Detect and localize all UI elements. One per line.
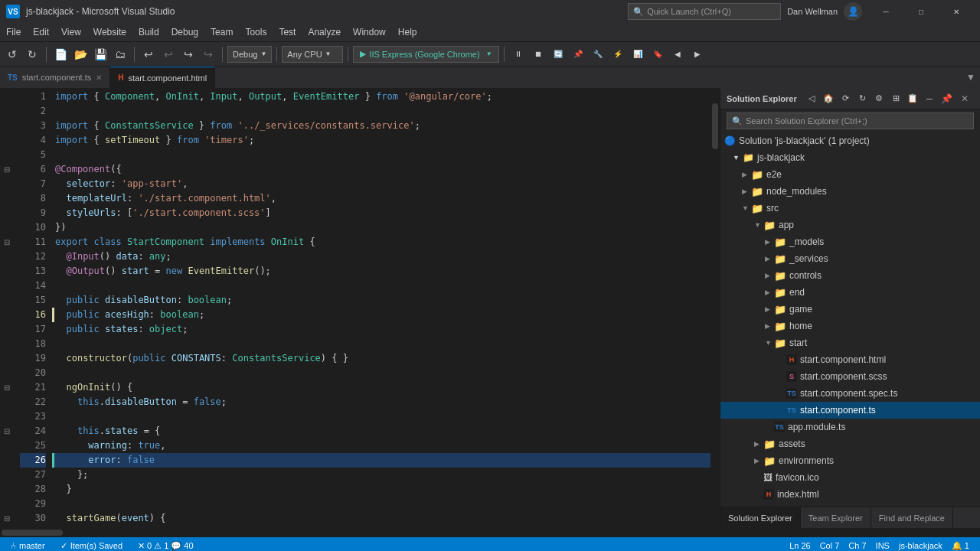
se-pin-btn[interactable]: 📌 — [937, 90, 956, 108]
tree-start-spec[interactable]: TS start.component.spec.ts — [720, 385, 980, 402]
menu-file[interactable]: File — [0, 23, 27, 42]
gutter-row-21[interactable]: ⊟ — [0, 380, 14, 395]
se-home-btn[interactable]: 🏠 — [821, 91, 836, 106]
tree-e2e[interactable]: ▶ 📁 e2e — [720, 166, 980, 183]
menu-analyze[interactable]: Analyze — [302, 23, 347, 42]
tree-end[interactable]: ▶ 📁 end — [720, 284, 980, 301]
status-ln[interactable]: Ln 26 — [785, 537, 815, 551]
menu-window[interactable]: Window — [347, 23, 392, 42]
hscroll-thumb[interactable] — [2, 530, 63, 536]
toolbar-btn-m10[interactable]: ▶ — [688, 45, 707, 64]
tree-assets[interactable]: ▶ 📁 assets — [720, 435, 980, 452]
menu-view[interactable]: View — [55, 23, 87, 42]
se-tree[interactable]: 🔵 Solution 'js-blackjack' (1 project) ▼ … — [720, 132, 980, 507]
tree-favicon[interactable]: 🖼 favicon.ico — [720, 469, 980, 486]
toolbar-btn-2[interactable]: ↻ — [23, 45, 41, 64]
minimize-button[interactable]: ─ — [868, 0, 903, 23]
tree-start[interactable]: ▼ 📁 start — [720, 334, 980, 351]
status-1[interactable]: 🔔 1 — [947, 537, 974, 551]
tree-project[interactable]: ▼ 📁 js-blackjack — [720, 149, 980, 166]
status-col[interactable]: Col 7 — [815, 537, 844, 551]
se-refresh-btn[interactable]: ↻ — [854, 91, 870, 106]
se-filter-btn[interactable]: ⊞ — [888, 91, 903, 106]
user-icon[interactable]: 👤 — [844, 2, 862, 21]
gutter-row-24[interactable]: ⊟ — [0, 424, 14, 439]
tree-game[interactable]: ▶ 📁 game — [720, 301, 980, 318]
code-editor[interactable]: ⊟ ⊟ ⊟ ⊟ ⊟ — [0, 88, 720, 528]
se-search-box[interactable]: 🔍 Search Solution Explorer (Ctrl+;) — [727, 112, 974, 129]
tree-src[interactable]: ▼ 📁 src — [720, 200, 980, 217]
toolbar-btn-undo2[interactable]: ↩ — [159, 45, 178, 64]
scrollbar-thumb[interactable] — [712, 103, 718, 149]
gutter-row-30[interactable]: ⊟ — [0, 511, 14, 526]
tree-index-html[interactable]: H index.html — [720, 486, 980, 503]
tree-solution[interactable]: 🔵 Solution 'js-blackjack' (1 project) — [720, 132, 980, 149]
toolbar-btn-new[interactable]: 📄 — [51, 45, 70, 64]
toolbar-btn-m9[interactable]: ◀ — [668, 45, 687, 64]
toolbar-btn-m6[interactable]: ⚡ — [609, 45, 627, 64]
toolbar-btn-open[interactable]: 📂 — [71, 45, 90, 64]
menu-build[interactable]: Build — [132, 23, 165, 42]
editor-scrollbar-v[interactable] — [710, 88, 720, 528]
menu-test[interactable]: Test — [273, 23, 302, 42]
tree-start-html[interactable]: H start.component.html — [720, 351, 980, 368]
tree-controls[interactable]: ▶ 📁 controls — [720, 267, 980, 284]
se-back-btn[interactable]: ◁ — [804, 91, 819, 106]
debug-config-dropdown[interactable]: Debug ▼ — [227, 46, 272, 63]
close-button[interactable]: ✕ — [939, 0, 974, 23]
toolbar-btn-redo2[interactable]: ↪ — [199, 45, 217, 64]
run-button[interactable]: ▶ IIS Express (Google Chrome) ▼ — [353, 46, 498, 63]
platform-dropdown[interactable]: Any CPU ▼ — [282, 46, 343, 63]
se-tab-team-explorer[interactable]: Team Explorer — [801, 507, 871, 529]
toolbar-btn-m2[interactable]: ⏹ — [529, 45, 547, 64]
toolbar-btn-1[interactable]: ↺ — [3, 45, 21, 64]
se-tab-find-replace[interactable]: Find and Replace — [871, 507, 953, 529]
status-ch[interactable]: Ch 7 — [844, 537, 871, 551]
se-tab-solution-explorer[interactable]: Solution Explorer — [720, 507, 801, 529]
tab-expand-btn[interactable]: ▼ — [962, 67, 980, 88]
toolbar-btn-m3[interactable]: 🔄 — [549, 45, 567, 64]
se-minus-btn[interactable]: ─ — [922, 91, 937, 106]
tree-node-modules[interactable]: ▶ 📁 node_modules — [720, 183, 980, 200]
se-sync-btn[interactable]: ⟳ — [838, 91, 853, 106]
toolbar-btn-m7[interactable]: 📊 — [629, 45, 647, 64]
gutter-row-6[interactable]: ⊟ — [0, 162, 14, 177]
tree-app-module[interactable]: TS app.module.ts — [720, 419, 980, 435]
status-ins[interactable]: INS — [871, 537, 894, 551]
menu-debug[interactable]: Debug — [165, 23, 204, 42]
status-errors[interactable]: ✕ 0 ⚠ 1 💬 40 — [133, 537, 198, 551]
status-items-saved[interactable]: ✓ Item(s) Saved — [56, 537, 127, 551]
tree-home[interactable]: ▶ 📁 home — [720, 318, 980, 334]
status-branch[interactable]: ⑃ master — [6, 537, 50, 551]
toolbar-btn-m1[interactable]: ⏸ — [509, 45, 528, 64]
toolbar-btn-m8[interactable]: 🔖 — [648, 45, 667, 64]
tab-start-ts[interactable]: TS start.component.ts ✕ — [0, 67, 110, 88]
se-close-btn[interactable]: ✕ — [956, 90, 974, 108]
code-content[interactable]: import { Component, OnInit, Input, Outpu… — [52, 88, 710, 528]
tree-environments[interactable]: ▶ 📁 environments — [720, 452, 980, 469]
tree-app[interactable]: ▼ 📁 app — [720, 217, 980, 233]
toolbar-btn-m5[interactable]: 🔧 — [589, 45, 607, 64]
tree-start-ts[interactable]: TS start.component.ts — [720, 402, 980, 419]
search-box[interactable]: 🔍 Quick Launch (Ctrl+Q) — [628, 3, 781, 20]
toolbar-btn-m4[interactable]: 📌 — [569, 45, 587, 64]
menu-help[interactable]: Help — [392, 23, 423, 42]
toolbar-btn-redo[interactable]: ↪ — [179, 45, 198, 64]
tab-start-html[interactable]: H start.component.html — [110, 67, 215, 88]
status-js-blackjack[interactable]: js-blackjack — [894, 537, 947, 551]
toolbar-btn-save[interactable]: 💾 — [91, 45, 109, 64]
tree-services[interactable]: ▶ 📁 _services — [720, 250, 980, 267]
gutter-row-11[interactable]: ⊟ — [0, 235, 14, 249]
maximize-button[interactable]: □ — [903, 0, 939, 23]
menu-tools[interactable]: Tools — [239, 23, 273, 42]
tree-models[interactable]: ▶ 📁 _models — [720, 233, 980, 250]
toolbar-btn-saveall[interactable]: 🗂 — [111, 45, 129, 64]
menu-edit[interactable]: Edit — [27, 23, 55, 42]
se-props-btn[interactable]: 📋 — [905, 91, 920, 106]
se-settings-btn[interactable]: ⚙ — [871, 91, 887, 106]
menu-team[interactable]: Team — [204, 23, 239, 42]
tab-close-ts[interactable]: ✕ — [96, 73, 102, 82]
toolbar-btn-undo[interactable]: ↩ — [139, 45, 158, 64]
tree-start-scss[interactable]: S start.component.scss — [720, 368, 980, 385]
editor-hscroll[interactable] — [0, 528, 720, 537]
